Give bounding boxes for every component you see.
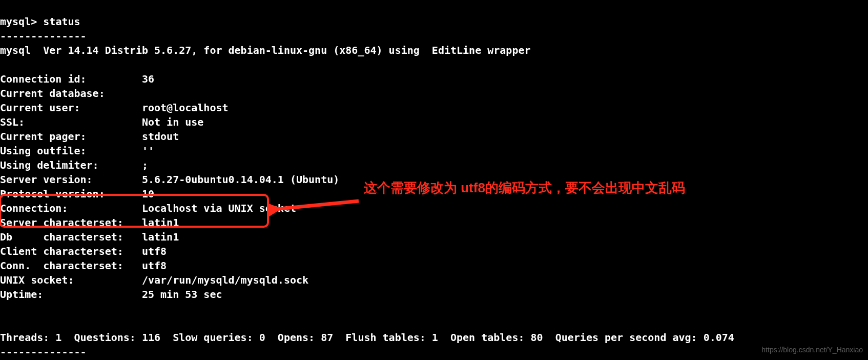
status-label: Db characterset: <box>0 231 142 243</box>
divider-bottom: -------------- <box>0 346 87 358</box>
divider-top: -------------- <box>0 30 87 42</box>
status-label: Connection id: <box>0 73 142 85</box>
status-row: Conn. characterset: utf8 <box>0 258 868 273</box>
blank-line-2 <box>0 317 6 329</box>
mysql-prompt[interactable]: mysql> <box>0 15 43 28</box>
status-label: Using outfile: <box>0 145 142 157</box>
status-label: Uptime: <box>0 288 142 301</box>
status-value: ; <box>142 159 148 171</box>
status-value: 10 <box>142 188 154 200</box>
status-row: Current user: root@localhost <box>0 101 868 115</box>
status-label: SSL: <box>0 116 142 128</box>
status-value: latin1 <box>142 216 179 229</box>
status-label: Using delimiter: <box>0 159 142 171</box>
annotation-text: 这个需要修改为 utf8的编码方式，要不会出现中文乱码 <box>364 181 685 195</box>
status-row: Current database: <box>0 86 868 101</box>
status-label: UNIX socket: <box>0 274 142 286</box>
status-label: Server version: <box>0 173 142 186</box>
status-label: Protocol version: <box>0 188 142 200</box>
status-label: Current pager: <box>0 130 142 143</box>
status-value: root@localhost <box>142 102 229 114</box>
status-row: Uptime: 25 min 53 sec <box>0 287 868 302</box>
status-value: 5.6.27-0ubuntu0.14.04.1 (Ubuntu) <box>142 173 339 186</box>
status-label: Client characterset: <box>0 245 142 257</box>
status-row: Current pager: stdout <box>0 129 868 144</box>
status-row: Server characterset: latin1 <box>0 215 868 230</box>
status-value: utf8 <box>142 259 167 272</box>
terminal-output: mysql> status -------------- mysql Ver 1… <box>0 0 868 359</box>
command-text: status <box>43 15 80 28</box>
status-value: '' <box>142 145 154 157</box>
status-label: Connection: <box>0 202 142 214</box>
status-row: Db characterset: latin1 <box>0 230 868 244</box>
status-value: utf8 <box>142 245 167 257</box>
status-label: Current database: <box>0 87 142 99</box>
status-value: 25 min 53 sec <box>142 288 222 301</box>
status-row: Using outfile: '' <box>0 144 868 158</box>
status-row: Connection id: 36 <box>0 72 868 86</box>
blank-line <box>0 58 6 71</box>
status-row: UNIX socket: /var/run/mysqld/mysqld.sock <box>0 273 868 287</box>
status-row: Connection: Localhost via UNIX socket <box>0 201 868 215</box>
status-value: 36 <box>142 73 154 85</box>
status-value: latin1 <box>142 231 179 243</box>
status-row: Using delimiter: ; <box>0 158 868 172</box>
watermark-text: https://blog.csdn.net/Y_Hanxiao <box>761 343 863 357</box>
status-label: Current user: <box>0 102 142 114</box>
status-row: SSL: Not in use <box>0 115 868 129</box>
version-line: mysql Ver 14.14 Distrib 5.6.27, for debi… <box>0 44 531 56</box>
stats-line: Threads: 1 Questions: 116 Slow queries: … <box>0 331 734 344</box>
status-value: Localhost via UNIX socket <box>142 202 296 214</box>
status-label: Server characterset: <box>0 216 142 229</box>
status-label: Conn. characterset: <box>0 259 142 272</box>
status-value: /var/run/mysqld/mysqld.sock <box>142 274 308 286</box>
status-row: Client characterset: utf8 <box>0 244 868 258</box>
status-value: stdout <box>142 130 179 143</box>
status-value: Not in use <box>142 116 203 128</box>
